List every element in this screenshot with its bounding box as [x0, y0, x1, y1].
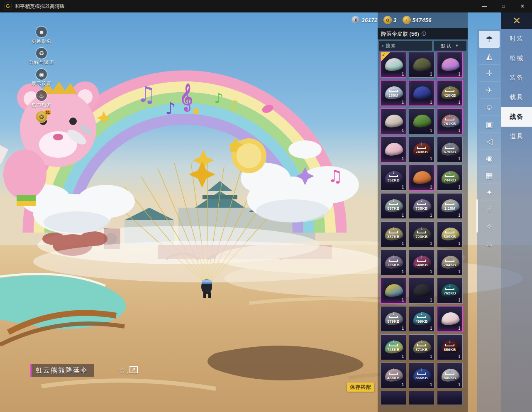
tab-fashion[interactable]: 时装: [501, 29, 532, 49]
left-menu-item-display-settings[interactable]: ◉展示设置: [32, 69, 51, 87]
skin-grid-item[interactable]: ↓605KB1: [437, 363, 463, 388]
avatar-frame-icon[interactable]: ◉: [479, 150, 500, 167]
skin-grid-item[interactable]: 1: [409, 108, 434, 134]
close-button[interactable]: ✕: [501, 12, 532, 29]
tab-gear[interactable]: 战备: [501, 107, 532, 127]
emote-icon[interactable]: ☺: [479, 99, 500, 116]
skin-grid-item[interactable]: ↓735KB1: [409, 193, 434, 219]
skin-grid-item[interactable]: 1: [409, 52, 434, 78]
left-menu-item-heat-profile[interactable]: ♨热力档案: [32, 90, 51, 108]
maximize-button[interactable]: □: [494, 0, 513, 12]
skin-grid-item[interactable]: 1: [409, 80, 434, 106]
skin-grid-item[interactable]: ↓352KB1: [381, 165, 406, 191]
window-close-button[interactable]: ✕: [513, 0, 532, 12]
download-arrow-icon: ↓: [392, 311, 395, 316]
skin-grid-item[interactable]: 1: [381, 108, 406, 134]
plane-icon[interactable]: ✈: [479, 82, 500, 99]
download-tray-icon: [417, 231, 426, 233]
picture-icon[interactable]: ▦: [479, 167, 500, 184]
left-menu-item-medal-rank[interactable]: ❂31: [36, 111, 47, 122]
gold-coin-icon: ❂: [383, 16, 392, 24]
download-arrow-icon: ↓: [449, 339, 451, 344]
skin-grid-item[interactable]: ↓761KB1: [437, 108, 463, 134]
download-tray-icon: [389, 344, 398, 346]
download-tray-icon: [417, 344, 426, 346]
skin-grid-item[interactable]: ↓1.15M1: [437, 193, 463, 219]
tab-weapons[interactable]: 枪械: [501, 49, 532, 68]
skin-grid-item[interactable]: ↓879KB1: [381, 306, 406, 332]
skin-grid-item[interactable]: ↓169M1: [381, 80, 406, 106]
skin-grid-item[interactable]: ↓723KB1: [409, 221, 434, 247]
download-indicator: ↓456KB: [381, 367, 406, 380]
skin-grid-item[interactable]: ↓855KB1: [409, 363, 434, 388]
skin-grid-item[interactable]: ↓420KB1: [437, 80, 463, 106]
grid-scrollbar[interactable]: [476, 199, 478, 233]
left-menu-label: 更换形象: [32, 38, 51, 44]
download-arrow-icon: ↓: [449, 198, 451, 203]
skin-grid-item[interactable]: ↓871KB1: [409, 334, 434, 360]
skin-grid-item[interactable]: ↓748KB1: [381, 334, 406, 360]
info-icon[interactable]: ⓘ: [422, 31, 426, 37]
skin-grid-item[interactable]: ✓1: [381, 52, 406, 78]
search-input[interactable]: [386, 43, 419, 48]
skin-grid-item[interactable]: ↓744KB1: [437, 165, 463, 191]
currency-gold-coin[interactable]: ❂3: [383, 16, 397, 24]
save-outfit-button[interactable]: 保存搭配: [347, 383, 374, 392]
chicken-dinner-icon[interactable]: ♨: [479, 235, 500, 252]
favorite-button[interactable]: ☆+: [119, 365, 129, 375]
skin-grid-item[interactable]: 1: [437, 52, 463, 78]
currency-bar: ♜36172❂3⚡547456: [351, 16, 432, 24]
skin-grid-item-partial[interactable]: [381, 391, 406, 405]
item-count-badge: 1: [402, 270, 404, 274]
left-menu-item-decompose-return[interactable]: ♻分解与返还: [29, 48, 54, 66]
skin-grid-item[interactable]: 1: [381, 278, 406, 304]
gesture-icon[interactable]: ☝: [479, 201, 500, 218]
currency-voucher-coin[interactable]: ⚡547456: [403, 16, 432, 24]
checkmark-icon: ✓: [381, 52, 386, 58]
skin-grid-item[interactable]: 1: [437, 306, 463, 332]
skin-grid-item[interactable]: ↓809KB1: [437, 221, 463, 247]
skin-grid-item-partial[interactable]: [409, 391, 434, 405]
share-button[interactable]: ↗: [129, 366, 138, 373]
skin-grid-item[interactable]: ↓337KB1: [381, 221, 406, 247]
download-tray-icon: [389, 203, 398, 205]
spray-icon[interactable]: ✦: [479, 184, 500, 201]
skin-grid-item[interactable]: ↓784KB1: [437, 250, 463, 275]
skin-grid-item[interactable]: ↓456KB1: [381, 363, 406, 388]
skin-grid-item[interactable]: ↓857KB1: [381, 193, 406, 219]
parachute-icon[interactable]: ☂: [479, 31, 500, 48]
skin-grid-item[interactable]: ↓679KB1: [437, 137, 463, 162]
helicopter-icon[interactable]: ✛: [479, 65, 500, 82]
skin-grid-item[interactable]: ↓499KB1: [409, 306, 434, 332]
glider-icon[interactable]: ◭: [479, 48, 500, 65]
tab-vehicles[interactable]: 载具: [501, 88, 532, 107]
wand-icon[interactable]: ✧: [479, 218, 500, 235]
left-menu-item-change-appearance[interactable]: ☻更换形象: [32, 27, 51, 44]
svg-text:𝄞: 𝄞: [179, 83, 193, 112]
download-size-label: 744KB: [444, 178, 456, 182]
sort-dropdown[interactable]: 默认 ▼: [434, 41, 466, 51]
tab-items[interactable]: 道具: [501, 127, 532, 146]
skin-grid-item[interactable]: ↓856KB1: [437, 334, 463, 360]
currency-silver-coin[interactable]: ♜36172: [351, 16, 378, 24]
backpack-icon[interactable]: ▣: [479, 116, 500, 133]
minimize-button[interactable]: —: [475, 0, 494, 12]
share-icon: ↗: [132, 367, 136, 373]
skin-grid-item[interactable]: ↓540KB1: [409, 250, 434, 275]
download-size-label: 679KB: [444, 150, 456, 154]
skin-grid-item[interactable]: ↓725KB1: [381, 250, 406, 275]
download-arrow-icon: ↓: [449, 367, 451, 372]
voice-icon[interactable]: ◁: [479, 133, 500, 150]
skin-grid-item[interactable]: 1: [409, 165, 434, 191]
change-appearance-icon: ☻: [36, 27, 47, 37]
tab-equipment[interactable]: 装备: [501, 68, 532, 88]
heat-profile-icon: ♨: [36, 90, 47, 101]
skin-grid-item[interactable]: ↓743KB1: [409, 137, 434, 162]
skin-grid-item[interactable]: 1: [409, 278, 434, 304]
search-box[interactable]: ⌕: [379, 41, 432, 51]
item-count-badge: 1: [459, 241, 460, 246]
download-size-label: 337KB: [387, 235, 400, 239]
skin-grid-item[interactable]: 1: [381, 137, 406, 162]
skin-grid-item-partial[interactable]: [437, 391, 463, 405]
skin-grid-item[interactable]: ↓762KB1: [437, 278, 463, 304]
